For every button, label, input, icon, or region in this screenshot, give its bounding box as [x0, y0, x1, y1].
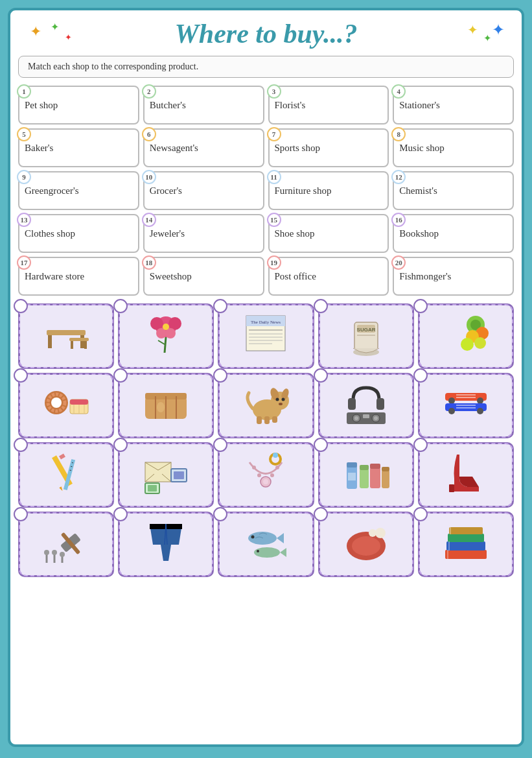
shop-card-20: 20 Fishmonger's [393, 257, 514, 296]
shop-name-3: Florist's [275, 100, 383, 111]
product-circle [413, 438, 428, 452]
shop-card-3: 3 Florist's [268, 86, 389, 124]
svg-point-118 [251, 536, 255, 539]
svg-rect-5 [84, 341, 87, 349]
shop-number-20: 20 [391, 255, 406, 270]
shop-card-10: 10 Grocer's [143, 171, 264, 210]
svg-rect-100 [370, 468, 380, 488]
shop-name-12: Chemist's [399, 185, 507, 196]
shops-grid: 1 Pet shop 2 Butcher's 3 Florist's 4 Sta… [18, 86, 514, 296]
product-image-boots [440, 449, 492, 501]
svg-text:SUGAR: SUGAR [356, 327, 375, 333]
svg-point-90 [257, 473, 261, 477]
product-circle [314, 368, 328, 383]
product-circle [213, 438, 227, 452]
shop-card-17: 17 Hardware store [18, 257, 139, 296]
shop-number-17: 17 [17, 255, 31, 270]
shop-name-5: Baker's [25, 143, 133, 154]
svg-rect-128 [446, 541, 485, 551]
svg-rect-0 [47, 330, 86, 335]
instruction-box: Match each shop to the corresponding pro… [18, 56, 514, 78]
svg-marker-120 [280, 548, 286, 557]
products-section: The Daily News SUGAR [18, 303, 514, 577]
shop-number-2: 2 [142, 84, 156, 99]
shop-name-8: Music shop [399, 143, 507, 154]
product-circle [213, 507, 227, 521]
svg-point-123 [352, 536, 380, 556]
shop-name-2: Butcher's [150, 100, 258, 111]
product-card-sugar: SUGAR [318, 303, 414, 369]
shop-number-14: 14 [142, 213, 156, 227]
svg-point-94 [273, 453, 278, 458]
svg-rect-2 [80, 335, 84, 348]
svg-point-46 [157, 402, 165, 412]
product-circle [113, 368, 128, 383]
shop-number-1: 1 [17, 84, 31, 99]
shop-card-16: 16 Bookshop [393, 214, 514, 253]
shop-name-13: Clothes shop [25, 228, 133, 239]
product-card-stamps [118, 442, 214, 508]
product-card-fish [218, 512, 314, 577]
shop-card-1: 1 Pet shop [18, 86, 139, 124]
product-circle [113, 438, 128, 452]
shop-card-6: 6 Newsagent's [143, 128, 264, 167]
product-card-cakes [18, 373, 114, 438]
product-card-books [418, 512, 514, 577]
svg-rect-129 [448, 534, 484, 542]
svg-marker-117 [277, 533, 284, 543]
title-area: ✦ ✦ ✦ ✦ ✦ ✦ Where to buy...? [18, 18, 514, 49]
svg-rect-4 [71, 341, 73, 349]
star-icon: ✦ [467, 22, 478, 38]
svg-rect-127 [445, 550, 487, 559]
svg-point-53 [279, 403, 283, 405]
shop-name-19: Post office [275, 271, 383, 282]
svg-rect-97 [348, 473, 356, 480]
product-circle [14, 368, 28, 383]
svg-rect-56 [272, 416, 277, 423]
shop-number-5: 5 [17, 127, 31, 141]
svg-line-81 [70, 470, 71, 471]
shop-name-1: Pet shop [25, 100, 133, 111]
product-image-clothes [140, 519, 192, 570]
svg-rect-130 [449, 527, 483, 534]
star-icon: ✦ [492, 21, 505, 39]
shop-name-10: Grocer's [150, 185, 258, 196]
svg-point-52 [282, 398, 285, 401]
product-circle [314, 507, 328, 521]
product-circle [113, 507, 128, 521]
product-circle [314, 299, 328, 313]
shop-number-6: 6 [142, 127, 156, 141]
svg-rect-37 [70, 399, 88, 405]
product-image-sugar: SUGAR [340, 311, 392, 362]
shop-number-9: 9 [17, 170, 31, 184]
product-image-stamps [140, 449, 192, 501]
product-image-hammer [40, 519, 92, 570]
svg-rect-104 [449, 484, 454, 492]
shop-number-16: 16 [391, 213, 406, 227]
shop-name-17: Hardware store [25, 271, 133, 282]
svg-point-61 [354, 416, 358, 420]
svg-point-31 [474, 337, 486, 349]
product-card-meat [318, 512, 414, 577]
product-image-meat [340, 519, 392, 570]
product-card-music [318, 373, 414, 438]
product-card-flowers [118, 303, 214, 369]
product-image-cakes [40, 380, 92, 431]
svg-point-70 [477, 408, 483, 414]
svg-point-126 [369, 529, 376, 537]
shop-name-20: Fishmonger's [399, 271, 507, 282]
shop-card-7: 7 Sports shop [268, 128, 389, 167]
product-image-music [340, 380, 392, 431]
svg-point-91 [270, 473, 274, 477]
shop-number-12: 12 [391, 170, 406, 184]
shop-name-16: Bookshop [399, 228, 507, 239]
shop-number-7: 7 [267, 127, 281, 141]
svg-point-69 [448, 408, 455, 414]
svg-rect-58 [376, 398, 384, 410]
product-circle [413, 507, 428, 521]
instruction-text: Match each shop to the corresponding pro… [28, 62, 198, 71]
shop-number-18: 18 [142, 255, 156, 270]
shop-name-7: Sports shop [275, 143, 383, 154]
svg-line-12 [165, 337, 166, 353]
svg-point-108 [44, 550, 49, 555]
